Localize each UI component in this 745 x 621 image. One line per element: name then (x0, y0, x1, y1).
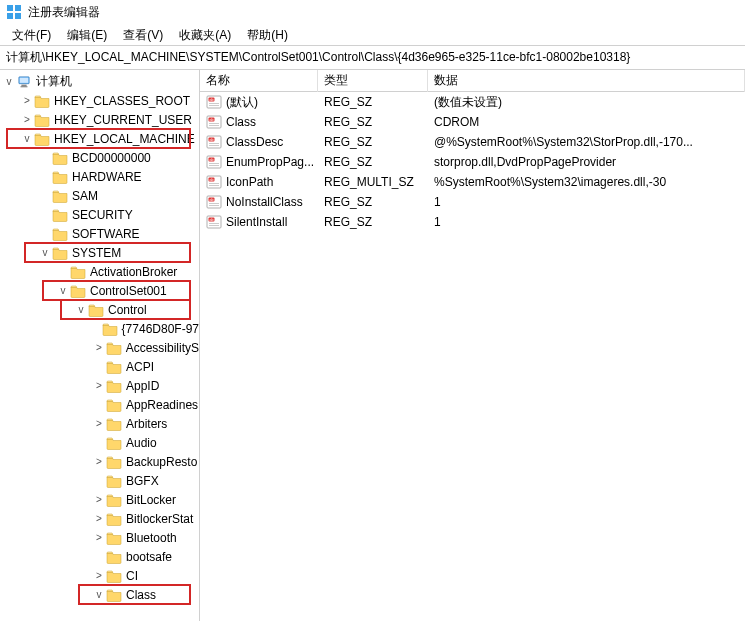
node-label: AppID (126, 379, 159, 393)
list-header: 名称 类型 数据 (200, 70, 745, 92)
address-bar[interactable]: 计算机\HKEY_LOCAL_MACHINE\SYSTEM\ControlSet… (0, 46, 745, 70)
tree-node[interactable]: >SAM (0, 186, 199, 205)
tree-node[interactable]: >Bluetooth (0, 528, 199, 547)
tree-node[interactable]: >BackupResto (0, 452, 199, 471)
tree-node[interactable]: >SOFTWARE (0, 224, 199, 243)
list-row[interactable]: IconPathREG_MULTI_SZ%SystemRoot%\System3… (200, 172, 745, 192)
value-name: NoInstallClass (226, 195, 303, 209)
tree-node[interactable]: >HKEY_CURRENT_USER (0, 110, 199, 129)
folder-icon (52, 151, 68, 165)
node-label: CI (126, 569, 138, 583)
folder-icon (106, 493, 122, 507)
folder-icon (106, 436, 122, 450)
list-row[interactable]: EnumPropPag...REG_SZstorprop.dll,DvdProp… (200, 152, 745, 172)
tree-node[interactable]: >CI (0, 566, 199, 585)
value-name: (默认) (226, 94, 258, 111)
column-header-type[interactable]: 类型 (318, 70, 428, 92)
string-value-icon (206, 154, 222, 170)
chevron-down-icon[interactable]: v (38, 247, 52, 258)
chevron-right-icon[interactable]: > (20, 114, 34, 125)
value-name: Class (226, 115, 256, 129)
menu-bar: 文件(F) 编辑(E) 查看(V) 收藏夹(A) 帮助(H) (0, 24, 745, 46)
folder-icon (70, 284, 86, 298)
chevron-down-icon[interactable]: v (56, 285, 70, 296)
tree-node[interactable]: >Arbiters (0, 414, 199, 433)
string-value-icon (206, 134, 222, 150)
app-icon (6, 4, 22, 20)
tree-node[interactable]: >BCD00000000 (0, 148, 199, 167)
value-data: %SystemRoot%\System32\imageres.dll,-30 (428, 173, 745, 191)
list-row[interactable]: SilentInstallREG_SZ1 (200, 212, 745, 232)
folder-icon (52, 189, 68, 203)
chevron-down-icon[interactable]: v (20, 133, 34, 144)
tree-node[interactable]: >AccessibilityS (0, 338, 199, 357)
folder-icon (106, 550, 122, 564)
list-row[interactable]: ClassREG_SZCDROM (200, 112, 745, 132)
folder-icon (106, 512, 122, 526)
column-header-data[interactable]: 数据 (428, 70, 745, 92)
chevron-right-icon: > (38, 228, 52, 239)
tree-node[interactable]: >bootsafe (0, 547, 199, 566)
node-label: HARDWARE (72, 170, 142, 184)
folder-icon (106, 588, 122, 602)
chevron-right-icon: > (92, 399, 106, 410)
node-label: ControlSet001 (90, 284, 167, 298)
menu-file[interactable]: 文件(F) (4, 24, 59, 45)
chevron-down-icon[interactable]: v (74, 304, 88, 315)
chevron-right-icon[interactable]: > (92, 570, 106, 581)
list-row[interactable]: ClassDescREG_SZ@%SystemRoot%\System32\St… (200, 132, 745, 152)
tree-node[interactable]: vControlSet001 (0, 281, 199, 300)
tree-node[interactable]: >HARDWARE (0, 167, 199, 186)
tree-node[interactable]: vHKEY_LOCAL_MACHINE (0, 129, 199, 148)
value-type: REG_SZ (318, 93, 428, 111)
value-type: REG_SZ (318, 153, 428, 171)
chevron-down-icon[interactable]: v (2, 76, 16, 87)
chevron-right-icon[interactable]: > (92, 380, 106, 391)
node-label: BitLocker (126, 493, 176, 507)
tree-node-computer[interactable]: v 计算机 (0, 72, 199, 91)
tree-node[interactable]: vControl (0, 300, 199, 319)
list-row[interactable]: NoInstallClassREG_SZ1 (200, 192, 745, 212)
chevron-right-icon[interactable]: > (20, 95, 34, 106)
tree-node[interactable]: >SECURITY (0, 205, 199, 224)
menu-edit[interactable]: 编辑(E) (59, 24, 115, 45)
folder-icon (106, 455, 122, 469)
chevron-right-icon[interactable]: > (92, 494, 106, 505)
node-label: SECURITY (72, 208, 133, 222)
menu-view[interactable]: 查看(V) (115, 24, 171, 45)
chevron-right-icon: > (38, 190, 52, 201)
menu-favorites[interactable]: 收藏夹(A) (171, 24, 239, 45)
tree-node[interactable]: >ACPI (0, 357, 199, 376)
node-label: Audio (126, 436, 157, 450)
column-header-name[interactable]: 名称 (200, 70, 318, 92)
menu-help[interactable]: 帮助(H) (239, 24, 296, 45)
tree-node[interactable]: vSYSTEM (0, 243, 199, 262)
value-name: ClassDesc (226, 135, 283, 149)
tree-node[interactable]: >Audio (0, 433, 199, 452)
tree-node[interactable]: >BitLocker (0, 490, 199, 509)
folder-icon (52, 227, 68, 241)
chevron-right-icon[interactable]: > (92, 456, 106, 467)
list-row[interactable]: (默认)REG_SZ(数值未设置) (200, 92, 745, 112)
tree-node[interactable]: >AppID (0, 376, 199, 395)
tree-node[interactable]: >AppReadines (0, 395, 199, 414)
value-data: @%SystemRoot%\System32\StorProp.dll,-170… (428, 133, 745, 151)
chevron-right-icon[interactable]: > (92, 513, 106, 524)
chevron-right-icon[interactable]: > (92, 342, 106, 353)
chevron-right-icon[interactable]: > (92, 418, 106, 429)
string-value-icon (206, 114, 222, 130)
tree-node[interactable]: >ActivationBroker (0, 262, 199, 281)
tree-panel: v 计算机 >HKEY_CLASSES_ROOT>HKEY_CURRENT_US… (0, 70, 200, 621)
folder-icon (52, 246, 68, 260)
chevron-right-icon: > (92, 361, 106, 372)
chevron-right-icon[interactable]: > (92, 532, 106, 543)
tree-node[interactable]: >HKEY_CLASSES_ROOT (0, 91, 199, 110)
tree-node[interactable]: >BitlockerStat (0, 509, 199, 528)
folder-icon (106, 474, 122, 488)
value-type: REG_SZ (318, 193, 428, 211)
node-label: HKEY_CURRENT_USER (54, 113, 192, 127)
tree-node[interactable]: >{7746D80F-97 (0, 319, 199, 338)
tree-node[interactable]: >BGFX (0, 471, 199, 490)
tree-node[interactable]: vClass (0, 585, 199, 604)
chevron-down-icon[interactable]: v (92, 589, 106, 600)
